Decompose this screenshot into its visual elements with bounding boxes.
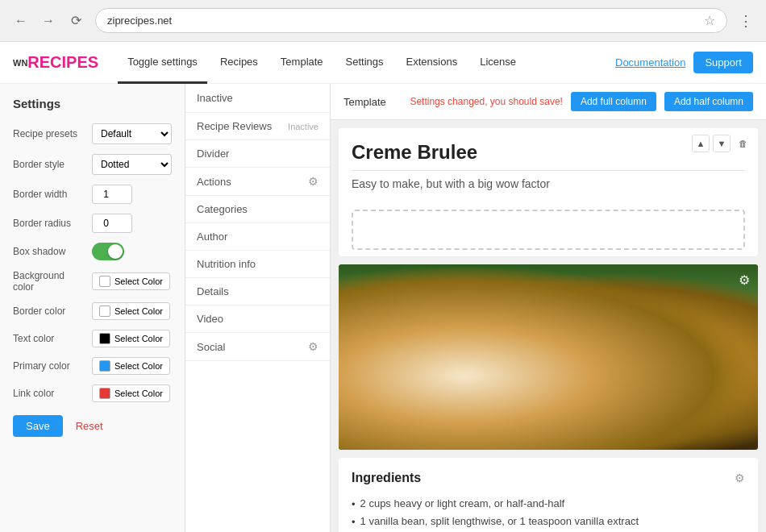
setting-border-color: Border color Select Color xyxy=(13,302,172,320)
inactive-item-recipe-reviews[interactable]: Recipe Reviews Inactive xyxy=(185,113,330,140)
inactive-label: Actions xyxy=(197,176,231,188)
ingredients-list: 2 cups heavy or light cream, or half-and… xyxy=(352,495,745,532)
nav-recipes[interactable]: Recipes xyxy=(210,42,268,84)
svg-point-4 xyxy=(454,357,611,450)
label-recipe-presets: Recipe presets xyxy=(13,128,85,139)
border-style-select[interactable]: Dotted xyxy=(92,154,172,175)
inactive-title: Inactive xyxy=(197,92,233,104)
card-delete-button[interactable]: 🗑 xyxy=(734,135,751,152)
svg-point-10 xyxy=(503,373,520,390)
svg-point-8 xyxy=(481,370,585,425)
svg-point-32 xyxy=(583,347,618,378)
text-color-btn[interactable]: Select Color xyxy=(92,330,170,347)
inactive-item-details[interactable]: Details xyxy=(185,278,330,305)
nav-toggle-settings[interactable]: Toggle settings xyxy=(118,42,207,84)
inactive-item-nutrition[interactable]: Nutrition info xyxy=(185,251,330,278)
nav-extensions[interactable]: Extensions xyxy=(397,42,468,84)
inactive-label: Divider xyxy=(197,148,229,160)
card-up-button[interactable]: ▲ xyxy=(692,135,710,152)
logo: WNRECIPES xyxy=(13,53,98,72)
recipe-divider xyxy=(352,170,745,171)
svg-point-29 xyxy=(683,380,703,393)
browser-chrome: ← → ⟳ ziprecipes.net ☆ ⋮ xyxy=(0,0,766,42)
svg-point-21 xyxy=(622,380,726,435)
label-background-color: Background color xyxy=(13,270,85,293)
svg-point-16 xyxy=(539,368,559,379)
support-button[interactable]: Support xyxy=(693,52,753,73)
label-border-color: Border color xyxy=(13,305,85,317)
background-color-btn[interactable]: Select Color xyxy=(92,272,170,290)
forward-button[interactable]: → xyxy=(37,10,60,32)
settings-panel: Settings Recipe presets Default Border s… xyxy=(0,84,185,532)
setting-box-shadow: Box shadow xyxy=(13,243,172,260)
template-header: Template Settings changed, you should sa… xyxy=(331,84,766,120)
save-button[interactable]: Save xyxy=(13,415,63,437)
reload-button[interactable]: ⟳ xyxy=(65,10,87,32)
svg-point-23 xyxy=(650,385,667,402)
svg-point-25 xyxy=(682,384,697,399)
back-button[interactable]: ← xyxy=(10,10,32,32)
setting-border-radius: Border radius xyxy=(13,214,172,233)
settings-changed-notice: Settings changed, you should save! xyxy=(410,96,562,107)
inactive-label: Nutrition info xyxy=(197,258,256,270)
address-bar[interactable]: ziprecipes.net ☆ xyxy=(95,8,727,33)
logo-wn: WN xyxy=(13,58,27,68)
recipe-presets-select[interactable]: Default xyxy=(92,123,172,144)
settings-footer: Save Reset xyxy=(13,415,172,437)
inactive-header: Inactive xyxy=(185,84,330,113)
drop-zone xyxy=(352,210,745,250)
add-half-column-button[interactable]: Add half column xyxy=(664,92,753,111)
nav-settings[interactable]: Settings xyxy=(336,42,393,84)
card-controls: ▲ ▼ 🗑 xyxy=(692,135,751,152)
browser-menu-icon[interactable]: ⋮ xyxy=(735,9,756,33)
svg-point-31 xyxy=(426,430,451,447)
svg-point-6 xyxy=(464,363,601,443)
nav-license[interactable]: License xyxy=(470,42,526,84)
bookmark-icon[interactable]: ☆ xyxy=(704,13,715,28)
documentation-link[interactable]: Documentation xyxy=(615,56,685,69)
inactive-item-video[interactable]: Video xyxy=(185,305,330,333)
label-primary-color: Primary color xyxy=(13,360,85,372)
label-border-style: Border style xyxy=(13,159,85,170)
svg-rect-2 xyxy=(402,342,747,451)
svg-point-27 xyxy=(675,376,689,390)
logo-recipes: RECIPES xyxy=(27,53,98,72)
border-width-input[interactable] xyxy=(92,185,132,204)
url-text: ziprecipes.net xyxy=(107,15,697,27)
reset-link[interactable]: Reset xyxy=(76,420,103,432)
gear-icon[interactable]: ⚙ xyxy=(308,175,318,188)
border-color-btn[interactable]: Select Color xyxy=(92,302,170,320)
ingredients-gear-icon[interactable]: ⚙ xyxy=(735,472,745,484)
border-radius-input[interactable] xyxy=(92,214,132,233)
primary-color-btn[interactable]: Select Color xyxy=(92,357,170,375)
label-text-color: Text color xyxy=(13,333,85,344)
add-full-column-button[interactable]: Add full column xyxy=(571,92,656,111)
image-card-gear-icon[interactable]: ⚙ xyxy=(739,272,750,288)
recipe-title-card: ▲ ▼ 🗑 Creme Brulee Easy to make, but wit… xyxy=(339,128,758,256)
background-color-swatch xyxy=(99,276,110,287)
svg-point-18 xyxy=(598,368,749,450)
browser-nav-buttons: ← → ⟳ xyxy=(10,10,87,32)
svg-point-12 xyxy=(535,368,554,387)
settings-title: Settings xyxy=(13,97,172,110)
box-shadow-toggle[interactable] xyxy=(92,243,124,260)
link-color-btn[interactable]: Select Color xyxy=(92,384,170,402)
inactive-item-actions[interactable]: Actions ⚙ xyxy=(185,168,330,196)
svg-point-19 xyxy=(606,373,743,451)
border-color-swatch xyxy=(99,305,110,317)
template-title: Template xyxy=(343,96,386,108)
gear-icon-social[interactable]: ⚙ xyxy=(308,340,318,353)
inactive-item-author[interactable]: Author xyxy=(185,223,330,251)
label-box-shadow: Box shadow xyxy=(13,246,85,257)
inactive-item-categories[interactable]: Categories xyxy=(185,196,330,223)
nav-template[interactable]: Template xyxy=(271,42,333,84)
svg-point-28 xyxy=(644,385,662,398)
recipe-image-card: ⚙ xyxy=(339,264,758,450)
recipe-image xyxy=(339,264,758,450)
svg-point-15 xyxy=(497,372,515,384)
svg-point-14 xyxy=(510,364,523,377)
card-down-button[interactable]: ▼ xyxy=(713,135,731,152)
inactive-item-divider[interactable]: Divider xyxy=(185,140,330,168)
svg-point-24 xyxy=(664,379,683,397)
inactive-item-social[interactable]: Social ⚙ xyxy=(185,333,330,361)
